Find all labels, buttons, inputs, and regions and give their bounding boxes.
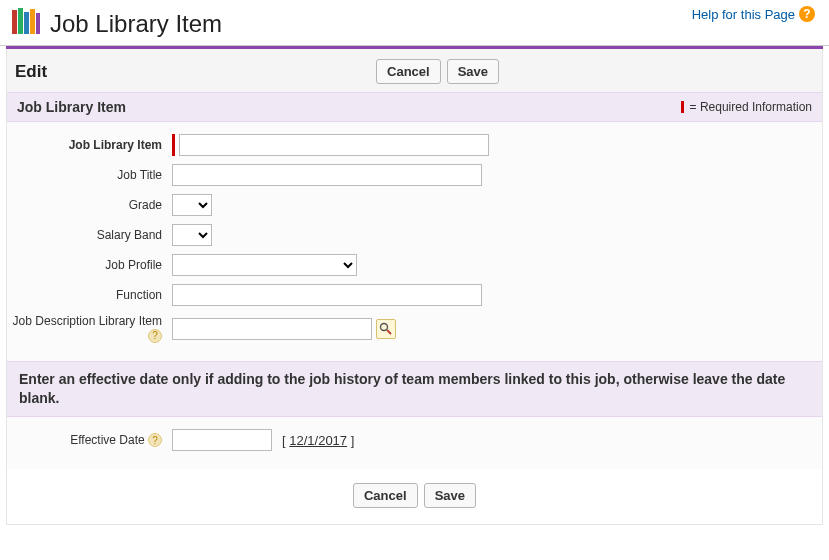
required-mark-icon xyxy=(172,134,175,156)
label-salary-band: Salary Band xyxy=(7,228,172,242)
required-info-hint: = Required Information xyxy=(681,100,812,114)
svg-rect-1 xyxy=(18,8,23,34)
grade-select[interactable] xyxy=(172,194,212,216)
label-job-title: Job Title xyxy=(7,168,172,182)
function-input[interactable] xyxy=(172,284,482,306)
edit-panel: Edit Cancel Save Job Library Item = Requ… xyxy=(6,49,823,525)
job-library-item-input[interactable] xyxy=(179,134,489,156)
help-icon[interactable]: ? xyxy=(148,329,162,343)
label-grade: Grade xyxy=(7,198,172,212)
section-effective-date-text: Enter an effective date only if adding t… xyxy=(7,361,822,417)
panel-title: Edit xyxy=(15,62,47,82)
section-title: Job Library Item xyxy=(17,99,126,115)
job-profile-select[interactable] xyxy=(172,254,357,276)
cancel-button[interactable]: Cancel xyxy=(353,483,418,508)
save-button[interactable]: Save xyxy=(447,59,499,84)
label-job-description-library-item: Job Description Library Item ? xyxy=(7,314,172,343)
page-title: Job Library Item xyxy=(50,10,222,38)
save-button[interactable]: Save xyxy=(424,483,476,508)
label-effective-date: Effective Date ? xyxy=(7,433,172,448)
required-mark-icon xyxy=(681,101,684,113)
svg-rect-4 xyxy=(36,13,40,34)
cancel-button[interactable]: Cancel xyxy=(376,59,441,84)
label-function: Function xyxy=(7,288,172,302)
section-job-library-item-header: Job Library Item = Required Information xyxy=(7,92,822,122)
job-title-input[interactable] xyxy=(172,164,482,186)
help-for-this-page-link[interactable]: Help for this Page ? xyxy=(692,6,815,22)
job-description-library-item-input[interactable] xyxy=(172,318,372,340)
svg-rect-2 xyxy=(24,12,29,34)
lookup-icon[interactable] xyxy=(376,319,396,339)
effective-date-input[interactable] xyxy=(172,429,272,451)
salary-band-select[interactable] xyxy=(172,224,212,246)
svg-rect-0 xyxy=(12,10,17,34)
books-icon xyxy=(10,6,42,41)
help-link-text: Help for this Page xyxy=(692,7,795,22)
label-job-library-item: Job Library Item xyxy=(7,138,172,152)
svg-line-6 xyxy=(387,330,391,334)
effective-date-example: [ 12/1/2017 ] xyxy=(282,433,354,448)
help-icon[interactable]: ? xyxy=(148,433,162,447)
svg-rect-3 xyxy=(30,9,35,34)
svg-point-5 xyxy=(381,323,388,330)
help-icon: ? xyxy=(799,6,815,22)
effective-date-example-link[interactable]: 12/1/2017 xyxy=(289,433,347,448)
label-job-profile: Job Profile xyxy=(7,258,172,272)
